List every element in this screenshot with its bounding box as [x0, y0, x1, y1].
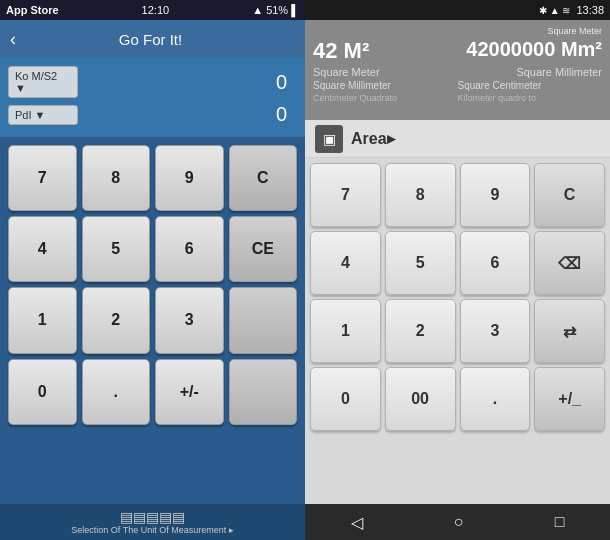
- r-btn-1[interactable]: 1: [310, 299, 381, 363]
- ruler-icon: ▤▤▤▤▤: [120, 509, 185, 525]
- r-btn-plusminus[interactable]: +/_: [534, 367, 605, 431]
- header-left: ‹ Go For It!: [0, 20, 305, 58]
- right-buttons: 7 8 9 C 4 5 6 ⌫ 1 2 3 ⇄ 0 00 . +/_: [305, 158, 610, 504]
- area-header: ▣ Area▸: [305, 120, 610, 158]
- nav-home-button[interactable]: ○: [440, 509, 478, 535]
- unit-dropdown-1-label: Ko M/S2 ▼: [15, 70, 71, 94]
- left-panel: App Store 12:10 ▲ 51% ▌ ‹ Go For It! Ko …: [0, 0, 305, 540]
- app-name: App Store: [6, 4, 59, 16]
- conv-options-row: Square Millimeter Square Centimeter: [313, 80, 602, 91]
- nav-recent-button[interactable]: □: [541, 509, 579, 535]
- conv-right-unit[interactable]: Square Millimeter: [516, 66, 602, 78]
- r-btn-8[interactable]: 8: [385, 163, 456, 227]
- r-btn-7[interactable]: 7: [310, 163, 381, 227]
- calc-btn-5[interactable]: 5: [82, 216, 151, 282]
- conv-left-value: 42 M²: [313, 38, 369, 64]
- nav-bar-right: ◁ ○ □: [305, 504, 610, 540]
- unit-row-2: PdI ▼ 0: [8, 103, 297, 126]
- conv-left-unit[interactable]: Square Meter: [313, 66, 380, 78]
- r-btn-4[interactable]: 4: [310, 231, 381, 295]
- conv-main-row: 42 M² 42000000 Mm²: [313, 38, 602, 64]
- calc-btn-6[interactable]: 6: [155, 216, 224, 282]
- calc-btn-2[interactable]: 2: [82, 287, 151, 353]
- back-button[interactable]: ‹: [10, 29, 16, 50]
- unit-dropdown-2-label: PdI ▼: [15, 109, 45, 121]
- calc-btn-dot[interactable]: .: [82, 359, 151, 425]
- left-time: 12:10: [142, 4, 170, 16]
- conv-more-row: Centimeter Quadrato Kilometer quadro to: [313, 93, 602, 103]
- conv-right-value: 42000000 Mm²: [466, 38, 602, 61]
- calc-btn-9[interactable]: 9: [155, 145, 224, 211]
- right-panel: ✱ ▲ ≋ 13:38 Square Meter 42 M² 42000000 …: [305, 0, 610, 540]
- calc-btn-3[interactable]: 3: [155, 287, 224, 353]
- calc-btn-c[interactable]: C: [229, 145, 298, 211]
- conv-option-2[interactable]: Square Centimeter: [458, 80, 603, 91]
- r-btn-c[interactable]: C: [534, 163, 605, 227]
- r-btn-00[interactable]: 00: [385, 367, 456, 431]
- calc-btn-ce[interactable]: CE: [229, 216, 298, 282]
- unit-selectors: Ko M/S2 ▼ 0 PdI ▼ 0: [0, 58, 305, 137]
- calc-btn-plusminus[interactable]: +/-: [155, 359, 224, 425]
- unit-dropdown-1[interactable]: Ko M/S2 ▼: [8, 66, 78, 98]
- calc-btn-7[interactable]: 7: [8, 145, 77, 211]
- bottom-bar-left: ▤▤▤▤▤ Selection Of The Unit Of Measureme…: [0, 504, 305, 540]
- calc-buttons: 7 8 9 C 4 5 6 CE 1 2 3 0 . +/-: [0, 137, 305, 504]
- r-btn-9[interactable]: 9: [460, 163, 531, 227]
- bottom-text[interactable]: Selection Of The Unit Of Measurement ▸: [71, 525, 233, 535]
- calc-btn-0[interactable]: 0: [8, 359, 77, 425]
- status-bar-left: App Store 12:10 ▲ 51% ▌: [0, 0, 305, 20]
- conv-more-2[interactable]: Kilometer quadro to: [458, 93, 603, 103]
- calc-btn-empty2: [229, 359, 298, 425]
- conv-more-1[interactable]: Centimeter Quadrato: [313, 93, 458, 103]
- r-btn-6[interactable]: 6: [460, 231, 531, 295]
- battery-indicator: ▲ 51% ▌: [252, 4, 299, 16]
- area-icon-symbol: ▣: [323, 131, 336, 147]
- calc-btn-1[interactable]: 1: [8, 287, 77, 353]
- unit-dropdown-2[interactable]: PdI ▼: [8, 105, 78, 125]
- r-btn-backspace[interactable]: ⌫: [534, 231, 605, 295]
- nav-back-button[interactable]: ◁: [337, 509, 377, 536]
- r-btn-5[interactable]: 5: [385, 231, 456, 295]
- r-btn-3[interactable]: 3: [460, 299, 531, 363]
- conversion-display: Square Meter 42 M² 42000000 Mm² Square M…: [305, 20, 610, 120]
- calc-btn-4[interactable]: 4: [8, 216, 77, 282]
- header-title: Go For It!: [26, 31, 275, 48]
- conv-unit-row: Square Meter Square Millimeter: [313, 66, 602, 78]
- area-title[interactable]: Area▸: [351, 129, 395, 148]
- area-icon: ▣: [315, 125, 343, 153]
- unit-value-1: 0: [78, 71, 297, 94]
- status-icons: ✱ ▲ ≋: [539, 5, 570, 16]
- calc-btn-empty1: [229, 287, 298, 353]
- unit-row-1: Ko M/S2 ▼ 0: [8, 66, 297, 98]
- calc-btn-8[interactable]: 8: [82, 145, 151, 211]
- conv-option-1[interactable]: Square Millimeter: [313, 80, 458, 91]
- right-time: 13:38: [576, 4, 604, 16]
- status-bar-right: ✱ ▲ ≋ 13:38: [305, 0, 610, 20]
- r-btn-swap[interactable]: ⇄: [534, 299, 605, 363]
- r-btn-0[interactable]: 0: [310, 367, 381, 431]
- unit-value-2: 0: [78, 103, 297, 126]
- r-btn-2[interactable]: 2: [385, 299, 456, 363]
- conv-top-label: Square Meter: [313, 26, 602, 36]
- r-btn-dot[interactable]: .: [460, 367, 531, 431]
